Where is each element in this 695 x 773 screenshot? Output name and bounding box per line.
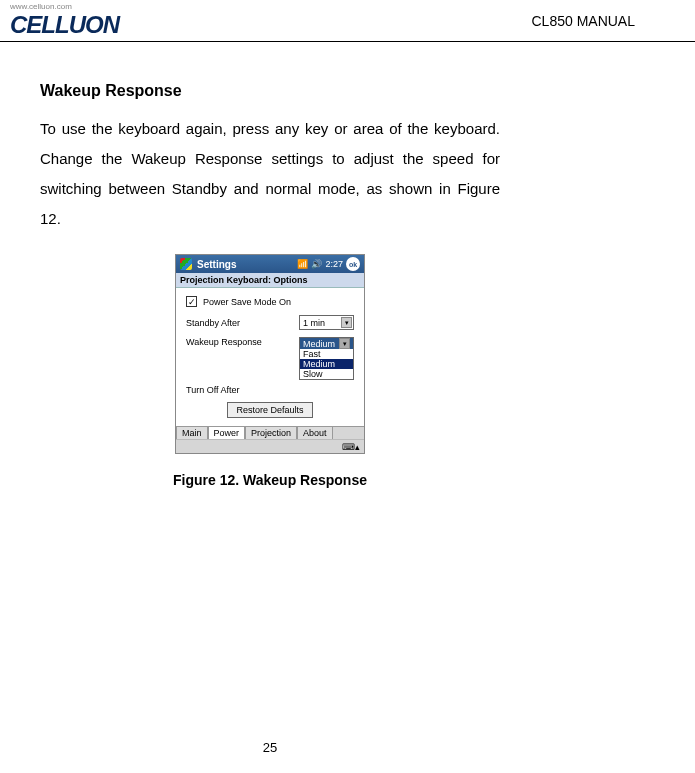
row-turnoff: Turn Off After	[186, 385, 354, 395]
powersave-checkbox[interactable]: ✓	[186, 296, 197, 307]
brand-logo: CELLUON	[10, 11, 119, 39]
screenshot-tabs: Main Power Projection About	[176, 426, 364, 439]
clock-text: 2:27	[325, 259, 343, 269]
chevron-down-icon: ▾	[339, 338, 350, 349]
page-number: 25	[0, 740, 540, 755]
turnoff-label: Turn Off After	[186, 385, 354, 395]
wakeup-option-fast[interactable]: Fast	[300, 349, 353, 359]
brand-block: www.celluon.com CELLUON	[10, 2, 119, 39]
row-standby: Standby After 1 min ▾	[186, 315, 354, 330]
standby-select[interactable]: 1 min ▾	[299, 315, 354, 330]
screenshot-body: ✓ Power Save Mode On Standby After 1 min…	[176, 288, 364, 426]
status-area: 📶 🔊 2:27 ok	[297, 257, 360, 271]
manual-title: CL850 MANUAL	[532, 13, 636, 29]
chevron-down-icon: ▾	[341, 317, 352, 328]
restore-defaults-button[interactable]: Restore Defaults	[227, 402, 312, 418]
ok-button[interactable]: ok	[346, 257, 360, 271]
screenshot-title: Settings	[197, 259, 236, 270]
figure-caption: Figure 12. Wakeup Response	[173, 472, 367, 488]
page-header: www.celluon.com CELLUON CL850 MANUAL	[0, 0, 695, 42]
speaker-icon: 🔊	[311, 259, 322, 269]
section-title: Wakeup Response	[40, 82, 500, 100]
tab-power[interactable]: Power	[208, 426, 246, 439]
keyboard-icon[interactable]: ⌨▴	[342, 442, 360, 452]
screenshot-subtitle: Projection Keyboard: Options	[176, 273, 364, 288]
standby-value: 1 min	[303, 318, 325, 328]
standby-label: Standby After	[186, 318, 293, 328]
wakeup-selected: Medium ▾	[300, 338, 353, 349]
wakeup-option-slow[interactable]: Slow	[300, 369, 353, 379]
row-wakeup: Wakeup Response Medium ▾ Fast Medium Slo…	[186, 337, 354, 380]
content-area: Wakeup Response To use the keyboard agai…	[0, 42, 560, 488]
brand-url: www.celluon.com	[10, 2, 119, 11]
screenshot-titlebar: Settings 📶 🔊 2:27 ok	[176, 255, 364, 273]
figure-wrap: Settings 📶 🔊 2:27 ok Projection Keyboard…	[40, 254, 500, 488]
sip-bar: ⌨▴	[176, 439, 364, 453]
wakeup-option-medium[interactable]: Medium	[300, 359, 353, 369]
tab-main[interactable]: Main	[176, 426, 208, 439]
tab-projection[interactable]: Projection	[245, 426, 297, 439]
row-powersave: ✓ Power Save Mode On	[186, 296, 354, 307]
section-body: To use the keyboard again, press any key…	[40, 114, 500, 234]
start-icon	[180, 258, 192, 270]
antenna-icon: 📶	[297, 259, 308, 269]
wakeup-label: Wakeup Response	[186, 337, 293, 347]
tab-about[interactable]: About	[297, 426, 333, 439]
powersave-label: Power Save Mode On	[203, 297, 291, 307]
wakeup-select[interactable]: Medium ▾ Fast Medium Slow	[299, 337, 354, 380]
device-screenshot: Settings 📶 🔊 2:27 ok Projection Keyboard…	[175, 254, 365, 454]
